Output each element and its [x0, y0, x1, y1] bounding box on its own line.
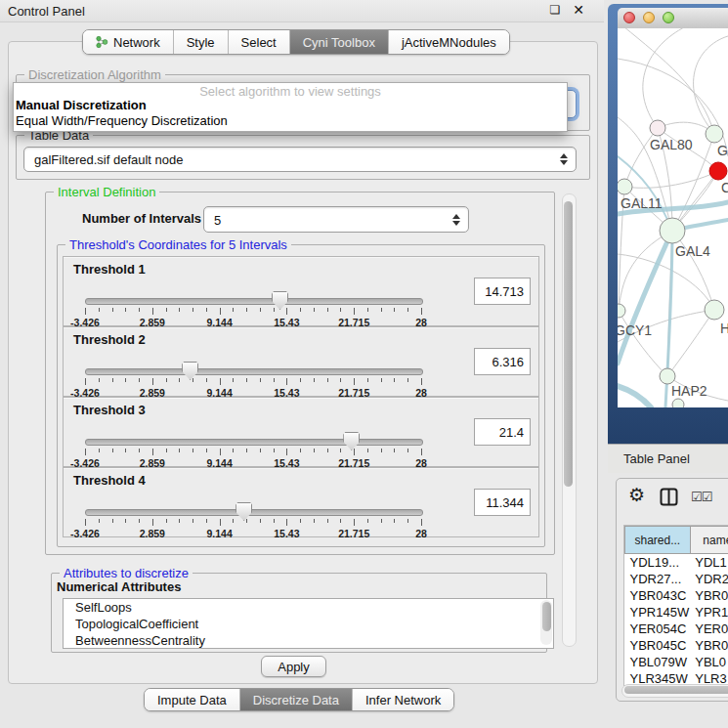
table-cell[interactable]: YPR145W [625, 604, 691, 621]
network-canvas[interactable]: GAL80GACGAL11GAL4GCY1HHAP2 [618, 28, 728, 407]
slider-thumb[interactable] [182, 362, 198, 380]
table-cell[interactable]: YBR0 [690, 587, 728, 604]
tab-style[interactable]: Style [174, 30, 229, 54]
network-view-window[interactable]: GAL80GACGAL11GAL4GCY1HHAP2 [608, 4, 728, 444]
table-cell[interactable]: YBL0 [690, 654, 728, 670]
threshold-value-field[interactable]: 14.713 [474, 278, 531, 305]
table-row[interactable]: YBL079WYBL0 [625, 654, 728, 670]
close-icon[interactable]: ✕ [571, 2, 586, 18]
gear-icon[interactable]: ⚙ [628, 484, 645, 505]
zoom-traffic-light-icon[interactable] [663, 12, 674, 23]
tab-select[interactable]: Select [229, 30, 290, 54]
combo-stepper-icon[interactable] [560, 153, 568, 165]
slider-track[interactable] [85, 439, 423, 446]
network-node-ga[interactable] [706, 125, 723, 143]
tab-label: Select [241, 35, 277, 50]
slider-tick [274, 378, 275, 382]
slider-track[interactable] [85, 509, 423, 516]
network-node-c[interactable] [709, 162, 727, 180]
table-data-combobox[interactable]: galFiltered.sif default node [23, 147, 577, 172]
network-node-h[interactable] [705, 300, 724, 320]
node-table[interactable]: shared...name YDL19...YDL1YDR27...YDR2YB… [623, 525, 728, 686]
slider-track[interactable] [85, 368, 423, 375]
table-cell[interactable]: YBR0 [690, 637, 728, 654]
network-window-titlebar[interactable] [618, 8, 728, 29]
table-row[interactable]: YER054CYER0 [625, 621, 728, 637]
number-of-intervals-combobox[interactable]: 5 [203, 206, 469, 233]
attribute-item-betweennesscentrality[interactable]: BetweennessCentrality [64, 632, 553, 649]
float-window-icon[interactable]: ❏ [547, 3, 563, 19]
apply-button[interactable]: Apply [261, 656, 326, 677]
attribute-item-topologicalcoefficient[interactable]: TopologicalCoefficient [64, 616, 553, 632]
numerical-attributes-list[interactable]: SelfLoopsTopologicalCoefficientBetweenne… [63, 598, 554, 649]
network-node-hap2[interactable] [660, 368, 675, 384]
select-columns-icon[interactable]: ☑☑ [691, 490, 711, 504]
table-cell[interactable]: YDR27... [625, 571, 691, 587]
table-horizontal-scrollbar[interactable] [621, 684, 728, 698]
network-node-gcy1[interactable] [618, 304, 625, 318]
network-node-gal80[interactable] [650, 120, 665, 136]
split-view-icon[interactable] [660, 488, 678, 509]
slider-track[interactable] [85, 298, 423, 305]
table-cell[interactable]: YBR043C [625, 587, 691, 604]
scrollbar-thumb[interactable] [564, 201, 573, 487]
close-traffic-light-icon[interactable] [623, 12, 635, 23]
table-cell[interactable]: YBL079W [625, 654, 691, 670]
bottom-tab-discretize-data[interactable]: Discretize Data [240, 689, 353, 710]
dropdown-option-manual-discretization[interactable]: Manual Discretization [16, 98, 569, 113]
slider-tick [246, 378, 247, 382]
table-row[interactable]: YBR043CYBR0 [625, 587, 728, 604]
slider-thumb[interactable] [343, 432, 360, 450]
slider-tick [246, 449, 247, 452]
slider-tick [354, 449, 355, 455]
table-cell[interactable]: YDL1 [690, 554, 728, 572]
table-cell[interactable]: YDR2 [690, 571, 728, 587]
slider-tick [166, 519, 167, 523]
table-row[interactable]: YDL19...YDL1 [625, 554, 728, 572]
minimize-traffic-light-icon[interactable] [643, 12, 655, 23]
column-header-name[interactable]: name [690, 527, 728, 554]
threshold-value-field[interactable]: 11.344 [474, 489, 531, 516]
slider-tick [99, 378, 100, 382]
attributes-group-title: Attributes to discretize [60, 566, 193, 580]
table-cell[interactable]: YER0 [690, 621, 728, 637]
slider-tick [367, 378, 368, 382]
threshold-value-field[interactable]: 21.4 [474, 418, 531, 446]
slider-tick [407, 378, 408, 382]
slider-tick [220, 519, 221, 526]
scrollbar-thumb[interactable] [542, 602, 551, 631]
tab-network[interactable]: Network [83, 30, 174, 54]
threshold-slider[interactable]: -3.4262.8599.14415.4321.71528 [85, 363, 421, 396]
threshold-label: Threshold 2 [73, 332, 146, 347]
threshold-slider[interactable]: -3.4262.8599.14415.4321.71528 [85, 292, 421, 325]
panel-vertical-scrollbar[interactable] [562, 193, 577, 647]
threshold-slider[interactable]: -3.4262.8599.14415.4321.71528 [85, 433, 421, 466]
scrollbar-thumb[interactable] [624, 686, 728, 694]
list-vertical-scrollbar[interactable] [540, 600, 552, 645]
table-cell[interactable]: YPR1 [690, 604, 728, 621]
network-node-gal4[interactable] [660, 218, 685, 243]
table-cell[interactable]: YDL19... [625, 554, 691, 572]
slider-tick [340, 308, 341, 312]
table-cell[interactable]: YER054C [625, 621, 691, 637]
slider-thumb[interactable] [236, 502, 252, 521]
column-header-shared[interactable]: shared... [625, 527, 691, 554]
table-row[interactable]: YBR045CYBR0 [625, 637, 728, 654]
slider-tick [220, 378, 221, 385]
threshold-value-field[interactable]: 6.316 [474, 348, 531, 375]
network-node[interactable] [672, 399, 684, 407]
dropdown-option-equal-width-frequency-discretization[interactable]: Equal Width/Frequency Discretization [16, 113, 569, 129]
bottom-tab-infer-network[interactable]: Infer Network [353, 689, 453, 710]
combo-stepper-icon[interactable] [452, 214, 460, 226]
slider-tick [125, 519, 126, 523]
table-row[interactable]: YDR27...YDR2 [625, 571, 728, 587]
table-cell[interactable]: YBR045C [625, 637, 691, 654]
network-node-gal11[interactable] [618, 179, 632, 194]
attribute-item-selfloops[interactable]: SelfLoops [64, 599, 553, 616]
network-node-label: H [720, 321, 728, 336]
threshold-slider[interactable]: -3.4262.8599.14415.4321.71528 [85, 503, 421, 536]
bottom-tab-impute-data[interactable]: Impute Data [145, 689, 240, 710]
tab-jactivemnodules[interactable]: jActiveMNodules [389, 30, 509, 54]
tab-cyni-toolbox[interactable]: Cyni Toolbox [290, 30, 389, 54]
table-row[interactable]: YPR145WYPR1 [625, 604, 728, 621]
